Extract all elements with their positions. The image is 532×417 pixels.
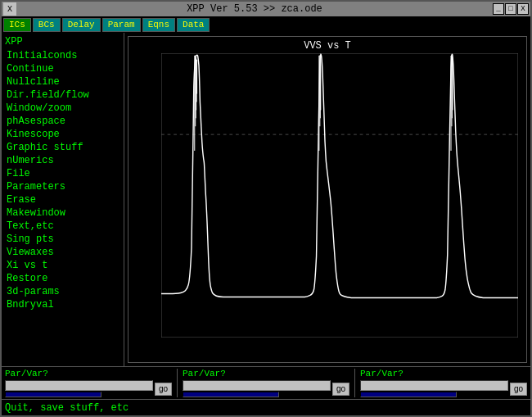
sidebar-item-dirfield[interactable]: Dir.field/flow — [3, 88, 122, 102]
status-bar: Quit, save stuff, etc — [2, 399, 530, 415]
menu-bar: ICs BCs Delay Param Eqns Data — [2, 16, 530, 33]
sidebar-item-parameters[interactable]: Parameters — [3, 180, 122, 193]
sidebar-item-textetc[interactable]: Text,etc — [3, 220, 122, 233]
status-text: Quit, save stuff, etc — [5, 402, 128, 414]
sidebar-item-3dparams[interactable]: 3d-params — [3, 285, 122, 298]
input-label-1: Par/Var? — [5, 369, 172, 378]
sidebar-item-singpts[interactable]: Sing pts — [3, 233, 122, 246]
bottom-input-bar: Par/Var? go Par/Var? — [2, 366, 530, 399]
sidebar-item-xivst[interactable]: Xi vs t — [3, 259, 122, 272]
sidebar-item-makewindow[interactable]: Makewindow — [3, 206, 122, 220]
input-progress-1 — [5, 392, 101, 397]
window-controls: _ □ X — [493, 3, 529, 15]
main-window: X XPP Ver 5.53 >> zca.ode _ □ X ICs BCs … — [0, 0, 532, 417]
sidebar-item-windowzoom[interactable]: Window/zoom — [3, 102, 122, 115]
divider-1 — [177, 369, 178, 397]
input-field-2[interactable] — [183, 380, 331, 391]
chart-svg: 20 0 -20 -40 -60 -80 0 50 100 150 200 — [161, 53, 518, 338]
title-bar: X XPP Ver 5.53 >> zca.ode _ □ X — [2, 2, 530, 16]
sidebar-item-bndryval[interactable]: Bndryval — [3, 298, 122, 311]
sidebar-item-file[interactable]: File — [3, 167, 122, 180]
sidebar-item-numerics[interactable]: nUmerics — [3, 154, 122, 167]
sidebar: XPP Initialconds Continue Nullcline Dir.… — [2, 33, 124, 366]
maximize-button[interactable]: □ — [505, 3, 516, 15]
input-label-2: Par/Var? — [183, 369, 349, 378]
input-field-1[interactable] — [5, 380, 153, 391]
input-group-2: Par/Var? go — [183, 369, 349, 397]
menu-data[interactable]: Data — [177, 18, 210, 32]
sidebar-item-erase[interactable]: Erase — [3, 193, 122, 206]
sidebar-item-phasespace[interactable]: phAsespace — [3, 115, 122, 128]
input-progress-2 — [183, 392, 279, 397]
input-group-1: Par/Var? go — [5, 369, 172, 397]
menu-delay[interactable]: Delay — [62, 18, 101, 32]
sidebar-item-nullcline[interactable]: Nullcline — [3, 75, 122, 88]
go-button-1[interactable]: go — [155, 383, 172, 396]
input-group-3: Par/Var? go — [360, 369, 527, 397]
go-button-3[interactable]: go — [510, 383, 527, 396]
sidebar-title: XPP — [3, 36, 122, 48]
window-title: XPP Ver 5.53 >> zca.ode — [16, 3, 493, 15]
input-field-3[interactable] — [360, 380, 508, 391]
sidebar-item-initialconds[interactable]: Initialconds — [3, 49, 122, 62]
chart-title: VVS vs T — [128, 37, 526, 53]
menu-ics[interactable]: ICs — [3, 18, 31, 32]
chart-area: VVS vs T 20 0 -20 -40 -60 -80 — [128, 36, 527, 363]
menu-param[interactable]: Param — [102, 18, 141, 32]
sidebar-item-graphicstuff[interactable]: Graphic stuff — [3, 141, 122, 154]
sidebar-item-continue[interactable]: Continue — [3, 62, 122, 75]
close-button[interactable]: X — [517, 3, 529, 15]
go-button-2[interactable]: go — [332, 383, 349, 396]
sidebar-item-viewaxes[interactable]: Viewaxes — [3, 246, 122, 259]
divider-2 — [354, 369, 355, 397]
content-area: XPP Initialconds Continue Nullcline Dir.… — [2, 33, 530, 366]
sidebar-item-kinescope[interactable]: Kinescope — [3, 128, 122, 141]
chart-container: 20 0 -20 -40 -60 -80 0 50 100 150 200 — [128, 53, 526, 354]
icon-label: X — [7, 5, 12, 14]
sidebar-item-restore[interactable]: Restore — [3, 272, 122, 285]
minimize-button[interactable]: _ — [493, 3, 504, 15]
input-progress-3 — [360, 392, 457, 397]
input-label-3: Par/Var? — [360, 369, 527, 378]
menu-eqns[interactable]: Eqns — [142, 18, 175, 32]
menu-bcs[interactable]: BCs — [33, 18, 61, 32]
window-icon: X — [3, 2, 16, 16]
main-area: VVS vs T 20 0 -20 -40 -60 -80 — [124, 33, 530, 366]
